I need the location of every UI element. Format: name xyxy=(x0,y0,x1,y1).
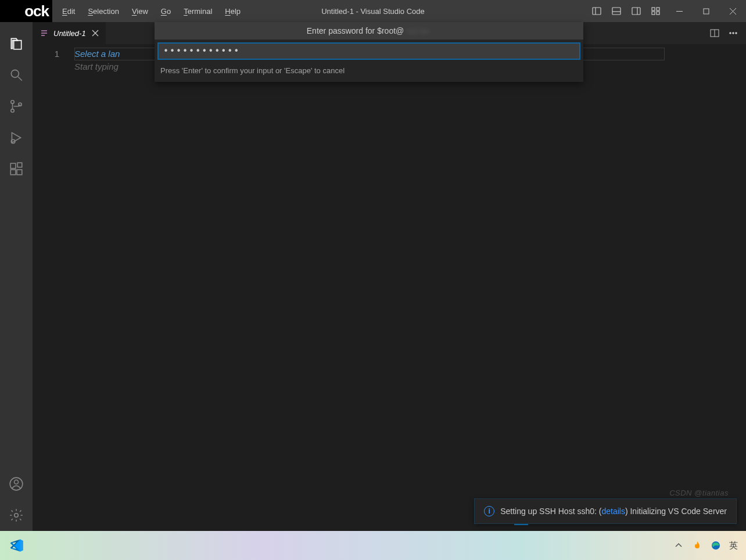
menu-help[interactable]: Help xyxy=(218,2,247,20)
more-actions-icon[interactable] xyxy=(725,25,741,41)
activity-search[interactable] xyxy=(0,59,33,91)
tab-close-icon[interactable] xyxy=(91,28,100,38)
notification-progress xyxy=(514,524,528,525)
svg-rect-8 xyxy=(652,12,655,15)
tray-chevron-icon[interactable] xyxy=(673,540,684,551)
svg-rect-22 xyxy=(17,170,22,175)
svg-point-26 xyxy=(15,514,19,518)
placeholder-line-1: Select a lan xyxy=(74,49,120,59)
window-logo-fragment: ock xyxy=(0,0,52,22)
window-minimize[interactable] xyxy=(666,0,693,22)
notification-text: Setting up SSH Host ssh0: (details) Init… xyxy=(500,507,727,516)
svg-rect-4 xyxy=(632,8,640,15)
editor-group: Untitled-1 1 Select a lan Start typing xyxy=(33,22,746,531)
svg-rect-11 xyxy=(704,9,709,14)
text-editor[interactable]: 1 Select a lan Start typing xyxy=(33,44,746,531)
window-maximize[interactable] xyxy=(693,0,719,22)
svg-rect-7 xyxy=(657,8,659,10)
menu-selection[interactable]: Selection xyxy=(81,2,125,20)
tab-label: Untitled-1 xyxy=(53,29,86,38)
svg-rect-9 xyxy=(657,12,659,15)
taskbar-vscode-icon[interactable] xyxy=(8,537,26,554)
menu-view[interactable]: View xyxy=(125,2,155,20)
watermark-text: CSDN @tiantias xyxy=(669,489,729,497)
svg-point-17 xyxy=(11,109,14,112)
titlebar-right xyxy=(587,0,746,22)
menu-terminal[interactable]: Terminal xyxy=(177,2,218,20)
file-icon xyxy=(40,28,49,38)
svg-point-34 xyxy=(730,33,731,34)
quick-input-title: Enter password for $root@····· ···· xyxy=(155,22,583,40)
titlebar: ock Edit Selection View Go Terminal Help… xyxy=(0,0,746,22)
tray-flame-icon[interactable] xyxy=(692,540,702,551)
menu-go[interactable]: Go xyxy=(155,2,177,20)
menu-bar: Edit Selection View Go Terminal Help xyxy=(56,2,247,20)
password-input[interactable] xyxy=(158,43,580,59)
tray-edge-icon[interactable] xyxy=(711,540,721,551)
svg-rect-21 xyxy=(10,170,16,175)
activity-extensions[interactable] xyxy=(0,153,33,185)
activity-bar xyxy=(0,22,33,531)
os-taskbar: 英 xyxy=(0,531,746,560)
notification-details-link[interactable]: details xyxy=(601,507,625,516)
svg-point-25 xyxy=(15,480,19,484)
svg-point-14 xyxy=(11,70,19,77)
split-editor-icon[interactable] xyxy=(706,25,723,41)
layout-left-icon[interactable] xyxy=(587,3,607,19)
code-area[interactable]: Select a lan Start typing xyxy=(74,48,746,531)
line-gutter: 1 xyxy=(33,48,74,531)
layout-right-icon[interactable] xyxy=(626,3,646,19)
svg-rect-2 xyxy=(612,8,621,15)
menu-edit[interactable]: Edit xyxy=(56,2,81,20)
vscode-window: ock Edit Selection View Go Terminal Help… xyxy=(0,0,746,531)
svg-rect-0 xyxy=(593,8,601,15)
activity-settings[interactable] xyxy=(0,500,33,531)
svg-rect-6 xyxy=(652,8,655,10)
ime-indicator[interactable]: 英 xyxy=(729,540,738,551)
activity-run-debug[interactable] xyxy=(0,122,33,153)
svg-rect-23 xyxy=(17,163,22,167)
placeholder-line-2: Start typing xyxy=(74,62,119,71)
notification-ssh-setup[interactable]: i Setting up SSH Host ssh0: (details) In… xyxy=(474,498,737,524)
svg-rect-20 xyxy=(10,163,16,168)
layout-bottom-icon[interactable] xyxy=(607,3,626,19)
line-number: 1 xyxy=(33,48,59,60)
quick-input-password: Enter password for $root@····· ···· Pres… xyxy=(155,22,583,82)
svg-line-15 xyxy=(18,77,22,81)
activity-accounts[interactable] xyxy=(0,468,33,500)
activity-explorer[interactable] xyxy=(0,28,33,59)
quick-input-hint: Press 'Enter' to confirm your input or '… xyxy=(155,63,583,82)
editor-actions xyxy=(706,25,746,41)
workbench-body: Untitled-1 1 Select a lan Start typing xyxy=(0,22,746,531)
info-icon: i xyxy=(484,506,494,516)
svg-point-35 xyxy=(733,33,734,34)
svg-point-16 xyxy=(11,100,14,103)
window-close[interactable] xyxy=(719,0,746,22)
tab-untitled-1[interactable]: Untitled-1 xyxy=(33,22,106,44)
hostname-blurred: ····· ···· xyxy=(404,26,431,35)
svg-point-36 xyxy=(736,33,737,34)
activity-source-control[interactable] xyxy=(0,91,33,122)
layout-custom-icon[interactable] xyxy=(646,3,666,19)
system-tray: 英 xyxy=(673,540,738,551)
